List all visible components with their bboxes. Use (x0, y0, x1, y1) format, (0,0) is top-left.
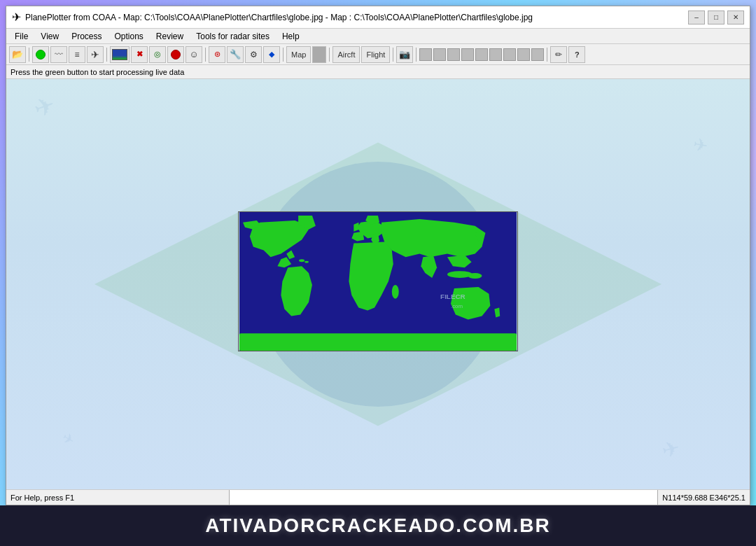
wrench-icon: 🔧 (230, 49, 241, 59)
application-window: ✈ PlanePlotter from COAA - Map: C:\Tools… (6, 6, 750, 505)
map-label-button[interactable]: Map (286, 46, 311, 63)
aircraft-label-text: Aircft (337, 50, 355, 59)
status-top-bar: Press the green button to start processi… (6, 65, 750, 79)
toolbar-separator-2 (106, 48, 107, 62)
wave-button[interactable]: 〰 (50, 46, 67, 63)
menu-help[interactable]: Help (276, 30, 305, 43)
svg-point-20 (447, 271, 472, 278)
camera-button[interactable]: 📷 (396, 46, 413, 63)
menu-process[interactable]: Process (66, 30, 107, 43)
status-top-text: Press the green button to start processi… (10, 68, 184, 76)
red-circle-icon (171, 50, 181, 59)
svg-text:.com: .com (451, 303, 463, 309)
red-circle-button[interactable] (167, 46, 184, 63)
minimize-button[interactable]: – (688, 10, 705, 24)
toolbar-separator-4 (283, 48, 284, 62)
diamond-button[interactable]: ◆ (263, 46, 280, 63)
world-map-container[interactable]: FILECR .com (238, 211, 518, 351)
wrench-button[interactable]: 🔧 (227, 46, 244, 63)
status-middle-area (229, 490, 659, 505)
smiley-button[interactable]: ☺ (186, 46, 202, 63)
svg-point-21 (468, 273, 482, 279)
grey-btn-2[interactable] (433, 48, 446, 61)
menu-options[interactable]: Options (109, 30, 149, 43)
svg-text:FILECR: FILECR (440, 293, 465, 300)
toolbar-separator-1 (29, 48, 29, 62)
bottom-banner: ATIVADORCRACKEADO.COM.BR (0, 505, 756, 546)
world-map-svg: FILECR .com (239, 212, 517, 351)
grey-btn-7[interactable] (503, 48, 516, 61)
open-button[interactable]: 📂 (9, 46, 26, 63)
grey-btn-3[interactable] (447, 48, 460, 61)
main-content-area[interactable]: ✈ ✈ ✈ ✈ (6, 79, 750, 489)
svg-point-8 (304, 261, 309, 263)
radar-button[interactable]: ◎ (149, 46, 166, 63)
menu-bar: File View Process Options Review Tools f… (6, 29, 750, 44)
status-help-text: For Help, press F1 (6, 493, 229, 502)
outer-background: ✈ PlanePlotter from COAA - Map: C:\Tools… (0, 0, 756, 505)
grey-bar-1[interactable] (312, 46, 326, 63)
flight-label-text: Flight (366, 50, 385, 59)
grey-btn-9[interactable] (531, 48, 544, 61)
map-label-text: Map (291, 50, 306, 59)
maximize-button[interactable]: □ (708, 10, 724, 24)
toolbar-separator-5 (329, 48, 330, 62)
grey-btn-8[interactable] (517, 48, 530, 61)
plane-button[interactable]: ✈ (87, 46, 104, 63)
map-thumbnail (112, 49, 127, 60)
toolbar-separator-6 (393, 48, 393, 62)
svg-rect-24 (239, 333, 517, 351)
start-button[interactable] (32, 46, 49, 63)
status-bar: For Help, press F1 N114*59.688 E346*25.1 (6, 489, 750, 505)
grey-btn-5[interactable] (475, 48, 488, 61)
target-button[interactable]: ⊛ (209, 46, 225, 63)
list-button[interactable]: ≡ (69, 46, 85, 63)
map-image-button[interactable] (110, 46, 130, 63)
toolbar: 📂 〰 ≡ ✈ ✖ ◎ (6, 44, 750, 65)
bottom-banner-text: ATIVADORCRACKEADO.COM.BR (205, 514, 550, 537)
toolbar-separator-7 (416, 48, 416, 62)
close-button[interactable]: ✕ (727, 10, 744, 24)
window-controls: – □ ✕ (688, 10, 744, 24)
menu-review[interactable]: Review (150, 30, 189, 43)
status-coordinates: N114*59.688 E346*25.1 (658, 493, 750, 502)
svg-point-15 (392, 285, 399, 299)
help-button[interactable]: ? (568, 46, 585, 63)
toolbar-separator-8 (547, 48, 547, 62)
settings-button[interactable]: ⚙ (245, 46, 262, 63)
pen-button[interactable]: ✏ (550, 46, 567, 63)
menu-file[interactable]: File (9, 30, 34, 43)
plane-icon: ✈ (91, 49, 99, 60)
grey-btn-6[interactable] (489, 48, 502, 61)
title-bar: ✈ PlanePlotter from COAA - Map: C:\Tools… (6, 6, 750, 29)
toolbar-separator-3 (205, 48, 206, 62)
svg-point-7 (299, 259, 304, 262)
aircraft-label-button[interactable]: Aircft (332, 46, 360, 63)
green-dot-icon (36, 50, 46, 59)
menu-tools[interactable]: Tools for radar sites (190, 30, 275, 43)
grey-btn-1[interactable] (419, 48, 432, 61)
menu-view[interactable]: View (35, 30, 64, 43)
app-icon: ✈ (12, 10, 21, 24)
flight-label-button[interactable]: Flight (361, 46, 390, 63)
grey-btn-4[interactable] (461, 48, 474, 61)
title-bar-text: PlanePlotter from COAA - Map: C:\Tools\C… (25, 13, 688, 22)
cross-button[interactable]: ✖ (131, 46, 148, 63)
